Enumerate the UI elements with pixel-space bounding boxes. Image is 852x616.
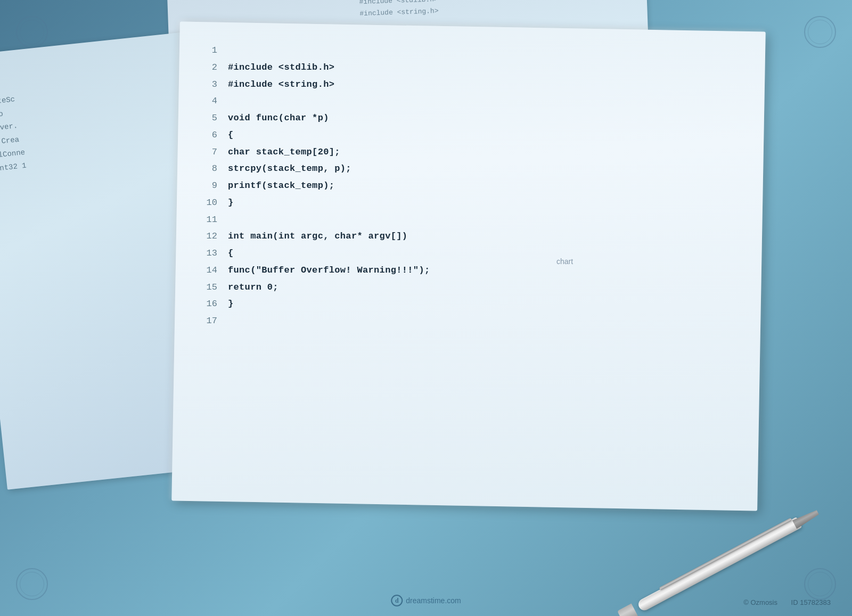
corner-watermark-tl (16, 16, 48, 48)
code-line-11: 11 (202, 212, 724, 228)
scene: #include <stdlib.h> #include <string.h> … (0, 0, 852, 616)
code-line-1: 1 (202, 43, 724, 59)
corner-watermark-tr (804, 16, 836, 48)
pen-end (617, 604, 638, 616)
code-area: 1 2 #include <stdlib.h> 3 #include <stri… (202, 43, 724, 447)
pen-clip (659, 518, 792, 590)
code-line-4: 4 (202, 93, 724, 109)
code-line-3: 3 #include <string.h> (202, 77, 724, 93)
code-line-6: 6 { (202, 127, 724, 143)
code-line-13: 13 { (202, 245, 724, 261)
watermark-logo: d (391, 595, 403, 606)
chart-annotation: chart (556, 257, 573, 266)
corner-watermark-br (804, 568, 836, 600)
code-line-10: 10 } (202, 195, 724, 211)
code-line-8: 8 strcpy(stack_temp, p); (202, 161, 724, 177)
code-line-9: 9 printf(stack_temp); (202, 178, 724, 194)
code-line-12: 12 int main(int argc, char* argv[]) (202, 228, 724, 244)
top-paper-code: #include <stdlib.h> #include <string.h> (359, 0, 796, 20)
watermark-text: dreamstime.com (406, 596, 461, 605)
code-line-2: 2 #include <stdlib.h> (202, 60, 724, 76)
code-line-14: 14 func("Buffer Overflow! Warning!!!"); (202, 262, 724, 278)
code-line-16: 16 } (202, 296, 724, 312)
code-line-5: 5 void func(char *p) (202, 110, 724, 126)
corner-watermark-bl (16, 568, 48, 600)
left-paper-code: ExecuteSc Una to haDriver. iver.Crea MyS… (0, 66, 178, 202)
image-id: ID 15782383 (791, 598, 831, 606)
code-line-17: 17 (202, 313, 724, 329)
code-line-7: 7 char stack_temp[20]; (202, 144, 724, 160)
watermark: d dreamstime.com (391, 595, 461, 606)
code-line-15: 15 return 0; (202, 280, 724, 295)
author-label: © Ozmosis (743, 598, 777, 606)
